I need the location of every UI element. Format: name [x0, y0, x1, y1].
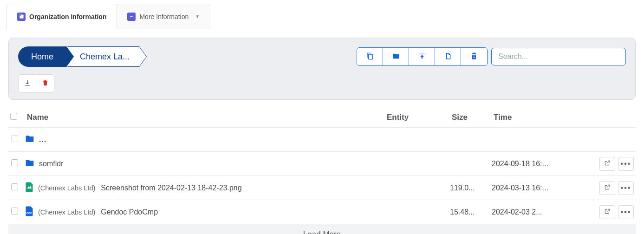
more-icon: ••• [621, 160, 631, 168]
download-button[interactable] [19, 75, 36, 92]
tab-label: Organization Information [29, 13, 106, 20]
tab-bar: Organization Information More Informatio… [0, 0, 644, 29]
file-table: Name Entity Size Time ... somfldr [8, 107, 636, 234]
folder-icon [392, 52, 400, 61]
upload-icon [418, 52, 426, 61]
breadcrumb-current-label: Chemex La... [80, 52, 130, 62]
doc-file-icon: DOC [25, 206, 33, 218]
svg-point-4 [132, 16, 133, 17]
copy-button[interactable] [357, 48, 383, 65]
share-icon [604, 160, 611, 168]
row-more-button[interactable]: ••• [618, 157, 634, 171]
row-more-button[interactable]: ••• [618, 181, 634, 195]
svg-point-2 [130, 16, 131, 17]
more-icon: ••• [621, 184, 631, 192]
table-header-row: Name Entity Size Time [8, 107, 636, 128]
row-size: 119.0... [450, 184, 492, 192]
tab-organization-information[interactable]: Organization Information [7, 4, 117, 29]
row-size: 15.48... [450, 208, 492, 216]
tab-label: More Information [139, 13, 189, 20]
image-file-icon [25, 182, 33, 194]
folder-icon [25, 158, 34, 169]
copy-icon [366, 52, 374, 61]
svg-rect-1 [20, 15, 21, 16]
caret-down-icon: ▼ [195, 14, 200, 19]
row-checkbox[interactable] [11, 159, 18, 166]
row-more-button[interactable]: ••• [618, 205, 634, 219]
column-header-entity[interactable]: Entity [385, 113, 450, 122]
column-header-time[interactable]: Time [492, 113, 585, 122]
row-time: 2024-02-03 2... [492, 208, 585, 216]
svg-text:DOC: DOC [26, 212, 32, 214]
row-checkbox[interactable] [11, 208, 18, 214]
table-row[interactable]: (Chemex Labs Ltd) Screenshot from 2024-0… [8, 176, 636, 200]
row-entity-prefix: (Chemex Labs Ltd) [38, 184, 95, 192]
row-name: Gendoc PdoCmp [101, 208, 158, 216]
download-icon [24, 79, 31, 88]
clipboard-button[interactable] [461, 48, 487, 65]
parent-directory-row[interactable]: ... [8, 128, 636, 152]
row-time: 2024-09-18 16:... [492, 160, 585, 168]
svg-point-3 [131, 16, 132, 17]
folder-button[interactable] [383, 48, 409, 65]
breadcrumb: Home Chemex La... [18, 46, 139, 67]
row-name: somfldr [39, 160, 63, 168]
delete-button[interactable] [36, 75, 54, 92]
more-icon: ••• [621, 208, 631, 216]
more-info-icon [127, 13, 136, 21]
breadcrumb-current[interactable]: Chemex La... [67, 46, 139, 67]
share-button[interactable] [599, 205, 615, 219]
share-button[interactable] [599, 157, 615, 171]
table-row[interactable]: DOC (Chemex Labs Ltd) Gendoc PdoCmp 15.4… [8, 200, 636, 224]
file-browser-toolbar-panel: Home Chemex La... [8, 38, 636, 100]
clipboard-icon [470, 52, 478, 61]
row-checkbox[interactable] [11, 135, 18, 142]
svg-rect-0 [20, 14, 23, 18]
load-more-button[interactable]: Load More [8, 224, 636, 234]
document-button[interactable] [435, 48, 461, 65]
file-toolbar [357, 47, 626, 66]
row-entity-prefix: (Chemex Labs Ltd) [38, 208, 95, 216]
tab-more-information[interactable]: More Information ▼ [117, 4, 210, 29]
row-name: Screenshot from 2024-02-13 18-42-23.png [101, 184, 241, 192]
column-header-size[interactable]: Size [450, 113, 492, 122]
content-area: Home Chemex La... [0, 29, 644, 234]
breadcrumb-home[interactable]: Home [18, 46, 66, 67]
share-button[interactable] [599, 181, 615, 195]
table-row[interactable]: somfldr 2024-09-18 16:... ••• [8, 152, 636, 176]
column-header-name[interactable]: Name [25, 113, 385, 122]
toolbar-icon-group [357, 47, 488, 66]
document-icon [444, 52, 452, 61]
upload-button[interactable] [409, 48, 435, 65]
breadcrumb-home-label: Home [31, 52, 53, 62]
trash-icon [42, 79, 49, 88]
row-time: 2024-03-13 16:... [492, 184, 585, 192]
row-checkbox[interactable] [11, 183, 18, 190]
parent-dir-label: ... [39, 136, 46, 144]
org-info-icon [17, 13, 26, 21]
share-icon [604, 208, 611, 216]
share-icon [604, 184, 611, 192]
selection-tool-group [18, 74, 54, 93]
load-more-label: Load More [303, 230, 341, 234]
select-all-checkbox[interactable] [10, 113, 17, 120]
search-input[interactable] [491, 48, 626, 65]
folder-icon [25, 134, 34, 145]
